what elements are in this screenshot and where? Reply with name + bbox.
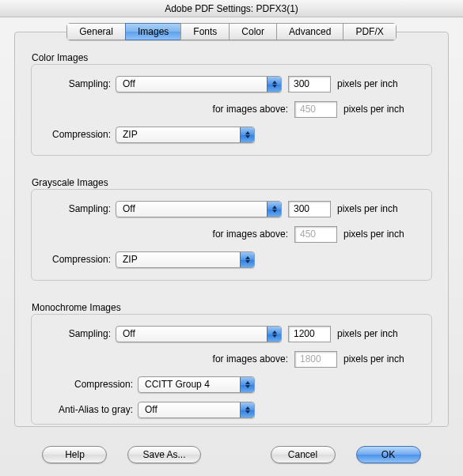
updown-icon [267, 202, 281, 217]
color-compression-value: ZIP [123, 129, 138, 140]
window-title: Adobe PDF Settings: PDFX3(1) [0, 0, 463, 17]
ppi-label: pixels per inch [337, 78, 398, 89]
mono-compression-value: CCITT Group 4 [145, 379, 210, 390]
button-bar: Help Save As... Cancel OK [0, 446, 463, 463]
settings-frame: General Images Fonts Color Advanced PDF/… [14, 32, 449, 427]
ppi-label: pixels per inch [343, 353, 404, 365]
updown-icon [240, 127, 254, 142]
mono-antialias-value: Off [145, 404, 157, 415]
tab-pdfx[interactable]: PDF/X [343, 23, 396, 40]
color-res-field[interactable] [288, 76, 331, 93]
updown-icon [267, 77, 281, 92]
label-compression: Compression: [43, 379, 138, 390]
mono-compression-select[interactable]: CCITT Group 4 [138, 376, 255, 393]
mono-res-field[interactable] [288, 326, 331, 342]
updown-icon [240, 402, 254, 417]
group-monochrome-images: Monochrome Images Sampling: Off pixels p… [31, 314, 432, 425]
help-button[interactable]: Help [42, 446, 107, 463]
label-sampling: Sampling: [43, 78, 116, 89]
ppi-label: pixels per inch [337, 328, 398, 339]
tab-color[interactable]: Color [229, 23, 276, 40]
color-sampling-value: Off [123, 78, 135, 89]
label-compression: Compression: [43, 254, 116, 265]
gray-res-field[interactable] [288, 201, 331, 217]
group-title-color: Color Images [28, 52, 91, 63]
gray-sampling-select[interactable]: Off [116, 201, 282, 217]
cancel-button[interactable]: Cancel [271, 446, 336, 463]
ok-button[interactable]: OK [356, 446, 421, 463]
gray-compression-value: ZIP [123, 254, 138, 265]
updown-icon [240, 377, 254, 392]
label-sampling: Sampling: [43, 203, 116, 214]
updown-icon [267, 327, 281, 342]
label-for-above: for images above: [43, 353, 288, 365]
group-title-mono: Monochrome Images [28, 302, 124, 313]
group-grayscale-images: Grayscale Images Sampling: Off pixels pe… [31, 189, 432, 281]
mono-sampling-value: Off [123, 328, 135, 339]
label-for-above: for images above: [43, 229, 288, 240]
mono-antialias-select[interactable]: Off [138, 402, 255, 418]
label-antialias: Anti-Alias to gray: [43, 404, 138, 415]
tab-strip: General Images Fonts Color Advanced PDF/… [15, 23, 448, 40]
gray-above-field [294, 226, 337, 243]
ppi-label: pixels per inch [343, 104, 404, 115]
label-for-above: for images above: [43, 104, 288, 115]
tab-general[interactable]: General [66, 23, 125, 40]
color-above-field [294, 101, 337, 118]
label-compression: Compression: [43, 129, 116, 140]
save-as-button[interactable]: Save As... [127, 446, 200, 463]
tab-images[interactable]: Images [125, 23, 180, 40]
group-color-images: Color Images Sampling: Off pixels per in… [31, 64, 432, 156]
gray-compression-select[interactable]: ZIP [116, 251, 255, 268]
ppi-label: pixels per inch [337, 203, 398, 214]
ppi-label: pixels per inch [343, 229, 404, 240]
color-sampling-select[interactable]: Off [116, 76, 282, 93]
tab-advanced[interactable]: Advanced [276, 23, 343, 40]
mono-above-field [294, 351, 337, 368]
updown-icon [240, 252, 254, 267]
tab-fonts[interactable]: Fonts [180, 23, 229, 40]
group-title-gray: Grayscale Images [28, 177, 112, 188]
gray-sampling-value: Off [123, 203, 135, 214]
color-compression-select[interactable]: ZIP [116, 127, 255, 143]
label-sampling: Sampling: [43, 328, 116, 339]
mono-sampling-select[interactable]: Off [116, 326, 282, 342]
